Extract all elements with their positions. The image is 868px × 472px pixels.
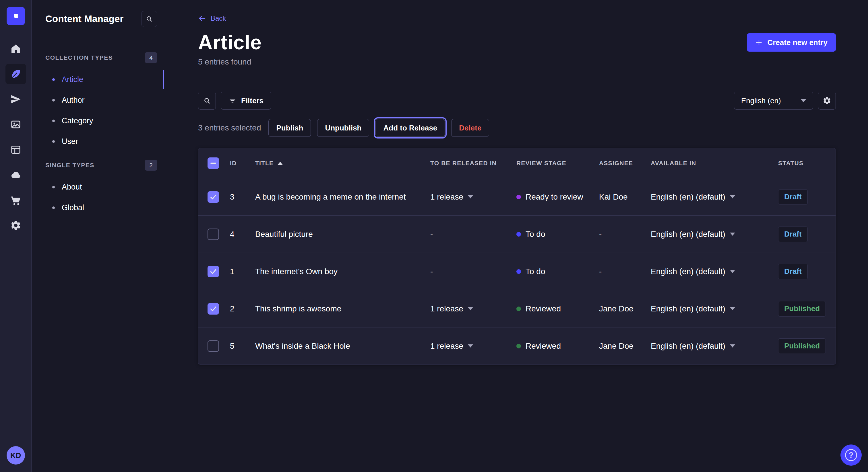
selection-bar: 3 entries selected Publish Unpublish Add… <box>198 119 836 137</box>
entries-table: ID TITLE TO BE RELEASED IN REVIEW STAGE … <box>198 148 836 365</box>
media-library-icon[interactable] <box>5 114 26 135</box>
chevron-down-icon <box>468 344 473 347</box>
check-icon <box>210 305 217 312</box>
content-manager-subnav: Content Manager COLLECTION TYPES4Article… <box>32 0 165 472</box>
cell-release[interactable]: 1 release <box>430 193 516 202</box>
bullet-icon <box>52 140 55 143</box>
cell-title: What's inside a Black Hole <box>255 341 430 351</box>
marketplace-cart-icon[interactable] <box>5 190 26 210</box>
entries-count: 5 entries found <box>198 57 836 67</box>
review-stage-label: Reviewed <box>526 304 561 313</box>
cell-title: A bug is becoming a meme on the internet <box>255 193 430 202</box>
cell-release[interactable]: 1 release <box>430 304 516 313</box>
question-mark-icon: ? <box>845 449 857 461</box>
sidebar-item-author[interactable]: Author <box>32 90 165 110</box>
subnav-search-button[interactable] <box>141 11 157 27</box>
release-value: - <box>430 230 433 239</box>
locale-value: English (en) (default) <box>651 230 725 239</box>
cell-release[interactable]: - <box>430 230 516 239</box>
sidebar-item-article[interactable]: Article <box>32 69 165 90</box>
content-type-builder-icon[interactable] <box>5 139 26 160</box>
cell-assignee: Jane Doe <box>599 341 651 351</box>
sidebar-item-about[interactable]: About <box>32 177 165 197</box>
column-header-title[interactable]: TITLE <box>255 160 430 167</box>
locale-select[interactable]: English (en) <box>734 92 813 109</box>
cell-status: Draft <box>778 227 826 242</box>
bullet-icon <box>52 206 55 209</box>
release-value: 1 release <box>430 193 463 202</box>
user-avatar[interactable]: KD <box>7 446 25 465</box>
section-header: SINGLE TYPES2 <box>32 160 165 171</box>
help-button[interactable]: ? <box>840 444 862 466</box>
sidebar-item-label: About <box>62 183 82 192</box>
release-send-icon[interactable] <box>5 89 26 109</box>
row-checkbox[interactable] <box>208 303 219 314</box>
chevron-down-icon <box>468 195 473 198</box>
cell-available-in[interactable]: English (en) (default) <box>651 230 778 239</box>
section-header: COLLECTION TYPES4 <box>32 52 165 63</box>
section-items: AboutGlobal <box>32 177 165 218</box>
review-stage-dot <box>516 195 521 199</box>
table-body: 3 A bug is becoming a meme on the intern… <box>198 178 836 365</box>
cell-available-in[interactable]: English (en) (default) <box>651 193 778 202</box>
check-icon <box>210 268 217 275</box>
table-row[interactable]: 1 The internet's Own boy - To do - Engli… <box>198 252 836 290</box>
cell-available-in[interactable]: English (en) (default) <box>651 341 778 351</box>
column-header-assignee[interactable]: ASSIGNEE <box>599 160 651 167</box>
cell-available-in[interactable]: English (en) (default) <box>651 304 778 313</box>
filters-button[interactable]: Filters <box>221 92 271 109</box>
view-settings-button[interactable] <box>818 92 836 109</box>
column-header-available-in[interactable]: AVAILABLE IN <box>651 160 778 167</box>
row-checkbox[interactable] <box>208 266 219 277</box>
table-row[interactable]: 3 A bug is becoming a meme on the intern… <box>198 178 836 215</box>
column-header-review-stage[interactable]: REVIEW STAGE <box>516 160 599 167</box>
locale-value: English (en) (default) <box>651 267 725 276</box>
search-icon <box>146 15 153 23</box>
deploy-cloud-icon[interactable] <box>5 165 26 185</box>
column-header-to-be-released-in[interactable]: TO BE RELEASED IN <box>430 160 516 167</box>
settings-gear-icon[interactable] <box>5 215 26 236</box>
home-icon[interactable] <box>5 38 26 59</box>
bullet-icon <box>52 99 55 102</box>
add-to-release-button[interactable]: Add to Release <box>375 119 445 137</box>
table-row[interactable]: 5 What's inside a Black Hole 1 release R… <box>198 327 836 365</box>
cell-release[interactable]: 1 release <box>430 341 516 351</box>
filters-label: Filters <box>241 96 264 105</box>
row-checkbox[interactable] <box>208 229 219 240</box>
cell-release[interactable]: - <box>430 267 516 276</box>
back-link[interactable]: Back <box>198 14 226 22</box>
create-new-entry-button[interactable]: Create new entry <box>747 33 836 52</box>
cell-assignee: Jane Doe <box>599 304 651 313</box>
section-label: SINGLE TYPES <box>45 162 94 169</box>
plus-icon <box>755 39 763 46</box>
status-badge: Published <box>778 301 826 316</box>
cell-review-stage: Ready to review <box>516 193 599 202</box>
create-new-entry-label: Create new entry <box>767 38 828 47</box>
table-row[interactable]: 4 Beautiful picture - To do - English (e… <box>198 215 836 252</box>
row-checkbox[interactable] <box>208 340 219 352</box>
publish-button[interactable]: Publish <box>268 119 311 137</box>
locale-value: English (en) (default) <box>651 193 725 202</box>
status-badge: Draft <box>778 189 808 205</box>
select-all-checkbox[interactable] <box>208 158 219 169</box>
page-title: Article <box>198 31 836 54</box>
cell-available-in[interactable]: English (en) (default) <box>651 267 778 276</box>
table-row[interactable]: 2 This shrimp is awesome 1 release Revie… <box>198 290 836 327</box>
gear-icon <box>823 96 831 105</box>
sidebar-item-user[interactable]: User <box>32 131 165 152</box>
unpublish-button[interactable]: Unpublish <box>317 119 369 137</box>
delete-button[interactable]: Delete <box>451 119 489 137</box>
content-manager-feather-icon[interactable] <box>5 64 26 84</box>
sidebar-item-category[interactable]: Category <box>32 110 165 131</box>
row-checkbox[interactable] <box>208 191 219 203</box>
sidebar-item-global[interactable]: Global <box>32 197 165 218</box>
review-stage-label: To do <box>526 230 546 239</box>
cell-status: Draft <box>778 264 826 279</box>
strapi-logo[interactable] <box>7 7 25 25</box>
column-header-status[interactable]: STATUS <box>778 160 826 167</box>
table-search-button[interactable] <box>198 92 216 109</box>
cell-review-stage: Reviewed <box>516 341 599 351</box>
review-stage-dot <box>516 307 521 311</box>
column-header-id[interactable]: ID <box>230 160 255 167</box>
release-value: 1 release <box>430 341 463 351</box>
